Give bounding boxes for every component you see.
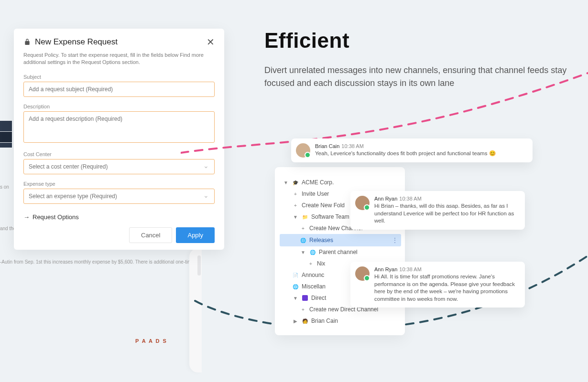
tree-label: Software Team [311,213,349,220]
bg-sidebar-strip [0,121,12,131]
chat-body: Hi All. It is time for staff promotions … [374,273,518,303]
academic-cap-icon: 🎓 [292,179,299,186]
tree-root[interactable]: ▼ 🎓 ACME Corp. [280,177,401,188]
description-label: Description [23,104,215,109]
globe-icon: 🌐 [292,283,299,290]
request-options-label: Request Options [33,213,79,221]
chat-time: 10:38 AM [399,266,421,272]
request-options-toggle[interactable]: → Request Options [23,213,215,221]
modal-title: New Expense Request [35,37,118,47]
tree-label: Direct [311,295,326,301]
arrow-right-icon: → [23,213,30,221]
globe-icon: 🌐 [309,249,316,255]
tree-label: Parent channel [319,249,358,255]
caret-down-icon: ▼ [300,249,306,255]
cancel-button[interactable]: Cancel [129,227,172,243]
chat-message: Ann Ryan10:38 AM Hi All. It is time for … [350,262,525,308]
close-button[interactable]: ✕ [207,37,215,47]
expense-type-label: Expense type [23,181,215,187]
avatar [355,266,370,281]
tree-label: ACME Corp. [302,179,334,186]
policy-text: Request Policy. To start the expense req… [23,52,215,66]
chat-message: Brian Cain10:38 AM Yeah, Leverice's func… [291,138,533,162]
expense-type-select[interactable] [23,189,215,204]
headline-sub: Divert unrelated messages into new chann… [264,64,570,90]
headline-title: Efficient [264,29,570,53]
plus-icon: + [307,260,314,267]
tree-brian-cain[interactable]: ▶ 🧑 Brian Cain [280,315,401,327]
tree-releases[interactable]: 🌐 Releases ⋮ [280,234,401,246]
chat-author: Ann Ryan [374,266,397,272]
document-icon: 📄 [292,272,299,278]
chat-message: Ann Ryan10:38 AM Hi Brian – thanks, will… [350,191,525,230]
folder-icon: 📁 [302,213,308,220]
subject-input[interactable] [23,82,215,97]
avatar [355,196,370,210]
bg-logo-text: P A A D S [135,338,167,344]
avatar-icon: 🧑 [302,318,308,324]
lock-icon [23,38,31,46]
bg-sidebar-strip [0,143,12,148]
bg-sidebar-strip [0,132,12,142]
avatar [296,143,310,158]
cost-center-label: Cost Center [23,151,215,157]
plus-icon: + [300,225,306,232]
caret-down-icon: ▼ [292,295,299,301]
tree-label: Nix [317,260,325,267]
chat-author: Ann Ryan [374,196,397,202]
chat-author: Brian Cain [315,143,339,149]
subject-label: Subject [23,74,215,80]
chat-body: Yeah, Leverice's functionality does fit … [315,150,496,158]
tree-parent-channel[interactable]: ▼ 🌐 Parent channel [280,246,401,258]
tree-label: Releases [309,237,333,244]
caret-right-icon: ▶ [292,318,299,324]
description-input[interactable] [23,111,215,143]
globe-icon: 🌐 [300,237,306,244]
phone-frame-notch [197,255,201,276]
direct-icon [302,295,308,301]
caret-down-icon: ▼ [283,179,289,186]
tree-label: Invite User [302,191,329,197]
tree-label: Create New Fold [302,202,345,209]
plus-icon: + [300,306,306,313]
caret-down-icon: ▼ [292,213,299,220]
chat-time: 10:38 AM [399,196,421,202]
chat-time: 10:38 AM [341,143,363,149]
tree-label: Brian Cain [311,318,338,324]
tree-label: Miscellan [302,283,326,290]
bg-text: s on [0,184,9,190]
plus-icon: + [292,202,299,209]
chat-body: Hi Brian – thanks, will do this asap. Be… [374,202,518,225]
apply-button[interactable]: Apply [176,227,215,243]
plus-icon: + [292,191,299,197]
marketing-headline: Efficient Divert unrelated messages into… [264,29,570,90]
tree-label: Announc [302,272,324,278]
cost-center-select[interactable] [23,159,215,174]
more-icon[interactable]: ⋮ [392,236,398,244]
bg-text: -Autin from Sep. 1st this increases mont… [0,259,194,265]
expense-request-modal: New Expense Request ✕ Request Policy. To… [14,29,224,250]
